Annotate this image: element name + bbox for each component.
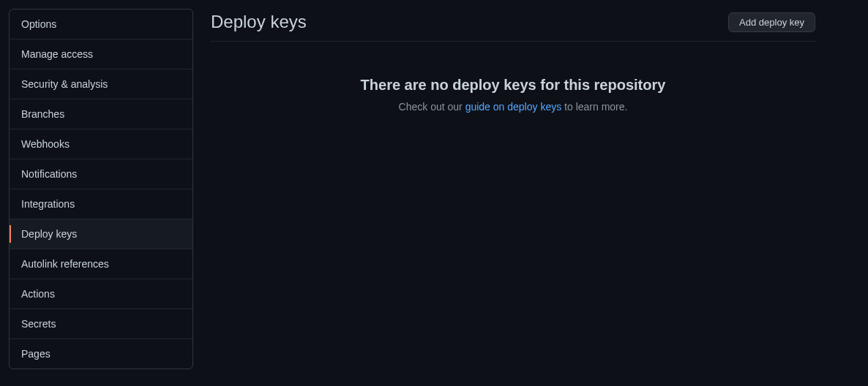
sidebar-item-label: Autolink references xyxy=(21,258,109,270)
sidebar-item-label: Webhooks xyxy=(21,138,70,150)
sidebar-item-manage-access[interactable]: Manage access xyxy=(10,39,192,69)
sidebar-item-label: Actions xyxy=(21,288,55,300)
sidebar-item-label: Notifications xyxy=(21,168,77,180)
sidebar-item-label: Security & analysis xyxy=(21,78,108,90)
sidebar-item-actions[interactable]: Actions xyxy=(10,279,192,309)
empty-state: There are no deploy keys for this reposi… xyxy=(211,42,815,113)
sidebar-item-options[interactable]: Options xyxy=(10,10,192,39)
main-content: Deploy keys Add deploy key There are no … xyxy=(211,9,859,369)
settings-sidebar: Options Manage access Security & analysi… xyxy=(9,9,193,369)
sidebar-item-deploy-keys[interactable]: Deploy keys xyxy=(10,219,192,249)
sidebar-item-label: Deploy keys xyxy=(21,228,77,240)
empty-text-prefix: Check out our xyxy=(399,101,465,113)
add-deploy-key-button[interactable]: Add deploy key xyxy=(728,12,815,32)
empty-state-text: Check out our guide on deploy keys to le… xyxy=(211,101,815,113)
sidebar-item-pages[interactable]: Pages xyxy=(10,339,192,368)
sidebar-item-label: Pages xyxy=(21,348,50,360)
sidebar-item-autolink-references[interactable]: Autolink references xyxy=(10,249,192,279)
sidebar-item-security-analysis[interactable]: Security & analysis xyxy=(10,69,192,99)
empty-state-heading: There are no deploy keys for this reposi… xyxy=(211,77,815,94)
page-title: Deploy keys xyxy=(211,12,307,32)
sidebar-item-webhooks[interactable]: Webhooks xyxy=(10,129,192,159)
sidebar-item-label: Manage access xyxy=(21,48,93,60)
empty-text-suffix: to learn more. xyxy=(561,101,627,113)
page-header: Deploy keys Add deploy key xyxy=(211,12,815,42)
sidebar-item-label: Integrations xyxy=(21,198,75,210)
sidebar-item-secrets[interactable]: Secrets xyxy=(10,309,192,339)
sidebar-item-label: Branches xyxy=(21,108,64,120)
sidebar-item-label: Options xyxy=(21,18,56,30)
sidebar-item-branches[interactable]: Branches xyxy=(10,99,192,129)
sidebar-item-notifications[interactable]: Notifications xyxy=(10,159,192,189)
sidebar-item-integrations[interactable]: Integrations xyxy=(10,189,192,219)
deploy-keys-guide-link[interactable]: guide on deploy keys xyxy=(465,101,562,113)
sidebar-item-label: Secrets xyxy=(21,318,56,330)
